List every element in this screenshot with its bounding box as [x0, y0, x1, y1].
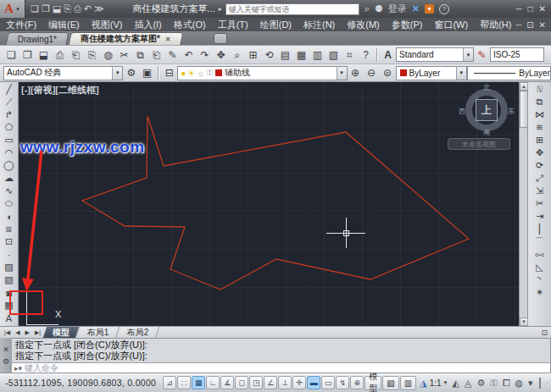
modify-tool-button[interactable]: ✂	[532, 197, 548, 210]
chevron-down-icon[interactable]: ▼	[337, 67, 347, 80]
viewcube[interactable]: 北 南 西 东 上	[460, 84, 513, 136]
draw-tool-button[interactable]: ◖	[2, 210, 17, 223]
signin-link[interactable]: 登录	[388, 3, 407, 15]
status-right-button[interactable]: ▾	[528, 378, 533, 389]
draw-tool-button[interactable]: ☁	[2, 172, 17, 185]
toolbar-button[interactable]: ▤	[277, 47, 293, 63]
toolbar-button[interactable]: ▦	[293, 47, 309, 63]
layout-tab[interactable]: 模型	[43, 327, 80, 338]
status-toggle-button[interactable]: ∡	[220, 376, 234, 389]
layer-tool-icon[interactable]: ⊕	[348, 65, 364, 81]
modify-tool-button[interactable]: ◝	[532, 273, 548, 286]
vertical-scrollbar[interactable]: ▲ ▼	[519, 82, 527, 326]
layout-tab[interactable]: 布局2	[118, 327, 159, 338]
layer-properties-manager-icon[interactable]: ⊟	[161, 65, 177, 81]
status-toggle-button[interactable]: ⟂	[278, 376, 292, 389]
status-toggle-button[interactable]: ⸬	[177, 376, 191, 389]
toolbar-button[interactable]: ⎗	[148, 47, 164, 63]
status-right-button[interactable]: ◍	[515, 378, 523, 389]
modify-tool-button[interactable]: ✶	[532, 286, 548, 299]
workspace-settings-gear-icon[interactable]: ⚙	[123, 65, 139, 81]
toolbar-button[interactable]: ⎙	[52, 47, 68, 63]
draw-tool-button[interactable]: ◯	[2, 159, 17, 172]
toolbar-button[interactable]: ✥	[213, 47, 229, 63]
annotation-scale-icon[interactable]: ◮	[420, 378, 426, 389]
status-toggle-button[interactable]: ◻	[235, 376, 248, 389]
window-minimize-button[interactable]: ─	[515, 4, 521, 14]
tab-nav-button[interactable]: ▶|	[32, 329, 43, 336]
status-toggle-button[interactable]: ◳	[249, 376, 263, 389]
toolbar-button[interactable]: ⬓	[36, 47, 52, 63]
qat-button[interactable]: ≫	[94, 3, 104, 14]
draw-tool-button[interactable]: ▧	[2, 273, 17, 286]
menu-item[interactable]: 插入(I)	[128, 19, 167, 31]
scrollbar-thumb[interactable]	[520, 91, 528, 128]
unnamed-view-button[interactable]: 未命名视图	[448, 138, 510, 150]
doc-restore-button[interactable]: ⊡	[526, 20, 533, 30]
status-toggle-button[interactable]: ⊕	[350, 376, 364, 389]
draw-tool-button[interactable]: ⊡	[2, 235, 17, 248]
command-input[interactable]	[25, 363, 548, 373]
modify-tool-button[interactable]: ⌒	[532, 235, 548, 248]
layer-tool-icon[interactable]: ⊖	[364, 65, 380, 81]
draw-tool-button[interactable]: ↱	[2, 108, 17, 121]
workspace-extra-icon[interactable]: ▣	[139, 65, 155, 81]
qat-button[interactable]: ↶	[84, 3, 92, 14]
chevron-down-icon[interactable]: ▼	[456, 67, 466, 80]
toolbar-button[interactable]: ▥	[309, 47, 326, 63]
toolbar-button[interactable]: ✂	[116, 47, 132, 63]
modify-tool-button[interactable]: ⍂	[532, 83, 548, 96]
toolbar-button[interactable]: ↶	[181, 47, 197, 63]
layer-state-icon[interactable]: ●	[181, 69, 186, 78]
status-toggle-button[interactable]: ▬	[307, 376, 320, 389]
status-toggle-button[interactable]: ▦	[192, 376, 205, 389]
status-toggle-button[interactable]: ↯	[336, 376, 349, 389]
color-combo[interactable]: ByLayer ▼	[396, 66, 467, 80]
draw-tool-button[interactable]: ·	[2, 248, 17, 261]
qat-button[interactable]: ⎙	[74, 3, 81, 14]
modify-tool-button[interactable]: ⎮	[532, 223, 548, 235]
modify-tool-button[interactable]: ◺	[532, 261, 548, 273]
viewcube-north-label[interactable]: 北	[483, 83, 490, 92]
draw-tool-button[interactable]: ▭	[2, 134, 17, 146]
window-close-button[interactable]: ✕	[539, 4, 546, 14]
doc-close-button[interactable]: ✕	[539, 20, 546, 30]
menu-item[interactable]: 修改(M)	[341, 19, 386, 31]
status-toggle-button[interactable]: ∟	[206, 376, 220, 389]
status-toggle-button[interactable]: ⊿	[163, 376, 176, 389]
menu-item[interactable]: 绘图(D)	[254, 19, 298, 31]
draw-tool-button[interactable]: ⬠	[2, 121, 17, 134]
annotation-scale-value[interactable]: 1:1	[430, 378, 442, 388]
draw-tool-button[interactable]: A	[2, 312, 17, 324]
annotation-button[interactable]: ◭	[452, 378, 459, 389]
layer-state-icon[interactable]: ⚿	[206, 68, 213, 78]
search-binoculars-icon[interactable]: ⌕	[365, 3, 370, 14]
modify-tool-button[interactable]: ⧟	[532, 248, 548, 261]
draw-tool-button[interactable]: ╱	[2, 83, 17, 96]
quick-view-button[interactable]: ▥	[400, 376, 416, 390]
document-tab[interactable]: 商住楼建筑方案草图* ✕	[69, 32, 184, 45]
layer-state-icon[interactable]: ☼	[197, 69, 204, 78]
layer-combo[interactable]: ●☀☼⚿ 辅助线 ▼	[177, 66, 347, 80]
tab-nav-button[interactable]: ◀	[13, 329, 22, 336]
menu-item[interactable]: 编辑(E)	[42, 19, 86, 31]
modify-tool-button[interactable]: ⊞	[532, 134, 548, 146]
toolbar-button[interactable]: ❐	[19, 47, 36, 63]
communication-center-icon[interactable]: ▾	[425, 4, 434, 14]
toolbar-button[interactable]: ⎗	[68, 47, 84, 63]
viewcube-south-label[interactable]: 南	[483, 128, 490, 137]
modify-tool-button[interactable]: ⇲	[532, 185, 548, 197]
modify-tool-button[interactable]: ⋈	[532, 108, 548, 121]
layer-state-icon[interactable]: ☀	[187, 69, 195, 78]
status-right-button[interactable]: ⧠	[503, 378, 510, 389]
draw-tool-button[interactable]: ◠	[2, 146, 17, 159]
toolbar-button[interactable]: ⎘	[84, 47, 100, 63]
app-menu-button[interactable]: A ▼	[0, 0, 25, 18]
quick-view-button[interactable]: ▧	[382, 376, 398, 390]
tab-nav-button[interactable]: ▶	[23, 329, 32, 336]
model-space-canvas[interactable]: [-][俯视][二维线框] www.rjzxw.com 北 南 西 东 上 未命…	[19, 82, 519, 326]
menu-item[interactable]: 参数(P)	[386, 19, 429, 31]
viewcube-top-face[interactable]: 上	[476, 99, 498, 121]
exchange-apps-icon[interactable]: ✕	[412, 3, 420, 14]
help-icon[interactable]: ?	[439, 4, 449, 14]
